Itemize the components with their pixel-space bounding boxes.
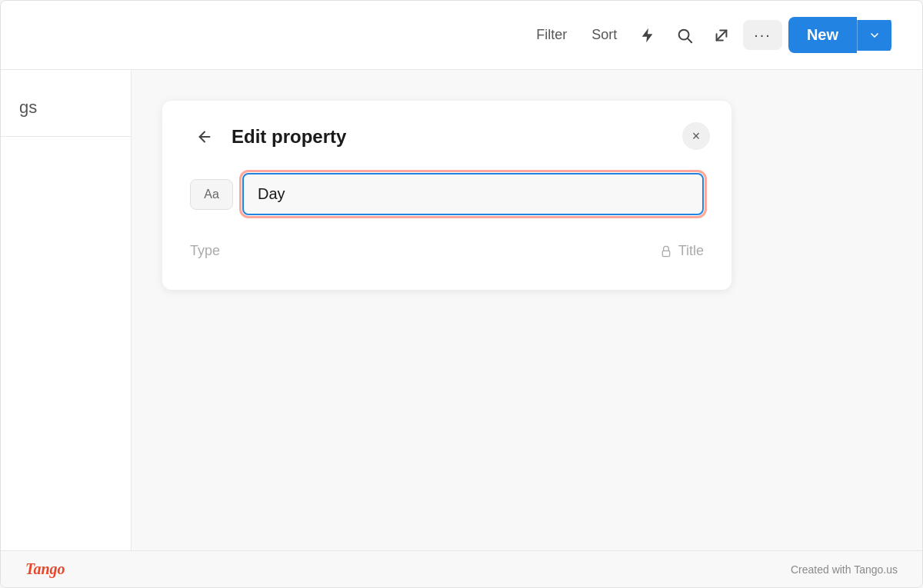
more-button[interactable]: ··· — [743, 20, 782, 50]
sort-button[interactable]: Sort — [582, 21, 626, 49]
edit-panel: Edit property × Aa Type — [162, 101, 731, 290]
sort-label: Sort — [591, 27, 617, 43]
search-button[interactable] — [669, 20, 700, 51]
type-value-label: Title — [678, 243, 704, 259]
app-container: Filter Sort ··· — [0, 0, 923, 588]
new-button-group: New — [788, 17, 891, 53]
lightning-icon — [639, 27, 656, 44]
content-area: Edit property × Aa Type — [132, 70, 922, 550]
close-icon: × — [692, 128, 701, 145]
svg-rect-4 — [662, 251, 669, 256]
tango-logo: Tango — [25, 560, 65, 578]
type-indicator: Aa — [190, 179, 233, 210]
type-row: Type Title — [190, 243, 704, 259]
footer-credit: Created with Tango.us — [791, 563, 898, 576]
main-content: gs Edit property — [1, 70, 922, 550]
svg-line-1 — [688, 38, 691, 42]
lock-icon — [660, 245, 672, 257]
input-row: Aa — [190, 173, 704, 215]
panel-title: Edit property — [232, 126, 346, 148]
new-button[interactable]: New — [788, 17, 857, 53]
type-value: Title — [660, 243, 704, 259]
sidebar: gs — [1, 70, 132, 550]
new-label: New — [807, 26, 838, 43]
panel-header: Edit property — [190, 125, 704, 148]
sidebar-divider — [1, 136, 131, 137]
sidebar-text: gs — [1, 85, 131, 130]
property-name-input[interactable] — [242, 173, 704, 215]
close-button[interactable]: × — [682, 122, 710, 150]
search-icon — [676, 27, 693, 44]
filter-label: Filter — [536, 27, 567, 43]
svg-line-2 — [717, 30, 727, 40]
footer: Tango Created with Tango.us — [1, 550, 922, 587]
type-label: Type — [190, 243, 220, 259]
lightning-button[interactable] — [632, 20, 663, 51]
new-chevron-button[interactable] — [857, 20, 891, 51]
expand-icon — [713, 27, 730, 44]
more-label: ··· — [754, 26, 771, 44]
filter-button[interactable]: Filter — [527, 21, 576, 49]
back-arrow-icon — [196, 128, 213, 145]
expand-button[interactable] — [706, 20, 737, 51]
toolbar: Filter Sort ··· — [1, 1, 922, 70]
chevron-down-icon — [868, 29, 881, 42]
back-button[interactable] — [190, 125, 219, 148]
